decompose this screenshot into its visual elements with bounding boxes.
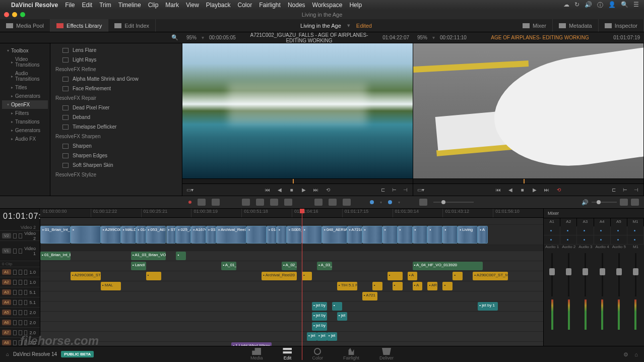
fx-item[interactable]: Dead Pixel Fixer xyxy=(50,103,182,112)
sync-icon[interactable]: ↻ xyxy=(574,1,579,10)
timeline-clip[interactable]: • 014_ xyxy=(136,226,146,244)
track-header[interactable]: A72.0 xyxy=(0,328,40,338)
monitor-volume-slider[interactable] xyxy=(592,202,617,203)
replace-button[interactable] xyxy=(270,199,278,206)
source-clip-name[interactable]: A721C002_IGUAZU_FALLS - AGE OF AIRPLANES… xyxy=(241,32,377,43)
track-solo[interactable] xyxy=(24,330,28,335)
audio-track[interactable]: • jet by 1 xyxy=(40,322,543,332)
play-button[interactable]: ▶ xyxy=(531,187,538,194)
timeline-clip[interactable]: • xyxy=(382,226,398,244)
step-back-button[interactable]: ◀ xyxy=(507,187,514,194)
user-icon[interactable]: 👤 xyxy=(608,1,616,10)
insert-button[interactable] xyxy=(242,199,250,206)
match-frame-button[interactable]: ⊏ xyxy=(610,187,617,194)
timeline-clip[interactable]: • A_02_HF xyxy=(282,262,297,270)
track-enable[interactable] xyxy=(19,300,22,305)
track-solo[interactable] xyxy=(24,300,28,305)
panel-mediapool[interactable]: Media Pool xyxy=(0,19,50,32)
timeline-clip[interactable]: • A_04_HF_VO_013920 xyxy=(413,262,483,270)
timeline-clip[interactable]: • Archival_Reel20 xyxy=(216,226,246,244)
track-solo[interactable] xyxy=(24,310,28,315)
timeline-clip[interactable]: • xyxy=(388,272,403,280)
mixer-tab[interactable]: A1 xyxy=(544,218,560,226)
close-window-button[interactable] xyxy=(4,12,9,17)
timeline-clip[interactable]: • jet by 1 xyxy=(312,302,327,311)
track-solo[interactable] xyxy=(24,280,28,285)
track-header[interactable]: V1Video 1 xyxy=(0,241,40,261)
timeline-clip[interactable]: • TIH 5.1 FX xyxy=(337,282,357,290)
project-manager-icon[interactable]: ⌂ xyxy=(634,351,638,358)
track-enable[interactable] xyxy=(19,320,22,325)
chevron-down-icon[interactable]: ▾ xyxy=(380,200,382,205)
timeline-clip[interactable]: • xyxy=(176,252,186,260)
timeline-clip[interactable]: • jet by 1 xyxy=(312,322,327,331)
page-deliver[interactable]: Deliver xyxy=(379,348,394,360)
loop-button[interactable]: ⟲ xyxy=(325,187,332,194)
timeline-clip[interactable]: • A299C006_ST_MA xyxy=(101,226,121,244)
page-fairlight[interactable]: Fairlight xyxy=(343,348,359,360)
goto-first-button[interactable]: ⏮ xyxy=(495,187,502,194)
video-track[interactable] xyxy=(40,218,543,225)
timeline-clip[interactable]: • xyxy=(332,302,342,311)
track-enable[interactable] xyxy=(19,310,22,315)
timeline-clip[interactable]: • MALD xyxy=(121,226,136,244)
menu-timeline[interactable]: Timeline xyxy=(118,2,141,9)
menu-color[interactable]: Color xyxy=(238,2,252,9)
loop-button[interactable]: ⟲ xyxy=(555,187,562,194)
mixer-tab[interactable]: A2 xyxy=(560,218,577,226)
timeline-clip[interactable]: • A299C006_ST xyxy=(71,272,101,280)
track-header[interactable]: A62.0 xyxy=(0,318,40,328)
record-viewer-image[interactable] xyxy=(413,43,643,178)
timeline-clip[interactable]: • A xyxy=(413,282,423,290)
video-track[interactable]: • 01_Brian_Int_Edit• • A299C006_ST_MA• M… xyxy=(40,225,543,245)
audio-track[interactable]: • A299C006_ST• • Archival_Reel20• • • A•… xyxy=(40,271,543,281)
audio-track[interactable]: • jet by 1• jet xyxy=(40,312,543,322)
project-dropdown-icon[interactable]: ▾ xyxy=(347,22,350,29)
speaker-icon[interactable]: 🔊 xyxy=(582,199,589,206)
track-lock[interactable] xyxy=(13,270,17,275)
menu-fairlight[interactable]: Fairlight xyxy=(259,2,281,9)
goto-first-button[interactable]: ⏮ xyxy=(264,187,271,194)
timeline-clip[interactable]: • Landl xyxy=(131,262,146,270)
timeline-clip[interactable]: • xyxy=(362,226,382,244)
mark-in-button[interactable]: ⊢ xyxy=(391,187,398,194)
fader-track[interactable] xyxy=(635,253,636,296)
cat-audio-fx[interactable]: Audio FX xyxy=(2,135,48,143)
cloud-icon[interactable]: ☁ xyxy=(563,1,569,10)
track-lock[interactable] xyxy=(13,310,17,315)
source-zoom[interactable]: 95% xyxy=(186,35,197,40)
source-scrubber[interactable] xyxy=(182,178,413,184)
search-icon[interactable]: 🔍 xyxy=(621,1,628,10)
timeline-clip[interactable]: • A290C007_ST_MAAR xyxy=(473,272,508,280)
record-scrubber[interactable] xyxy=(413,178,643,184)
track-lock[interactable] xyxy=(13,300,17,305)
timeline-clip[interactable]: • xyxy=(302,272,312,280)
cat-video-transitions[interactable]: Video Transitions xyxy=(2,55,48,69)
menu-icon[interactable]: ☰ xyxy=(633,1,639,10)
track-id[interactable]: A7 xyxy=(2,330,11,335)
menu-playback[interactable]: Playback xyxy=(206,2,231,9)
timeline-clip[interactable]: • 025_AE xyxy=(176,226,191,244)
flag-button[interactable] xyxy=(329,199,337,206)
track-id[interactable]: V2 xyxy=(2,233,11,238)
link-button[interactable] xyxy=(314,199,323,206)
menu-nodes[interactable]: Nodes xyxy=(288,2,305,9)
mixer-fader[interactable] xyxy=(594,253,611,330)
timeline-clip[interactable]: • jet xyxy=(317,332,327,341)
volume-icon[interactable]: 🔊 xyxy=(585,1,592,10)
overwrite-button[interactable] xyxy=(256,199,264,206)
source-viewer-image[interactable] xyxy=(182,43,413,178)
track-enable[interactable] xyxy=(19,280,22,285)
zoom-slider[interactable] xyxy=(433,202,474,203)
timeline-clip[interactable]: • 033 xyxy=(206,226,216,244)
track-lock[interactable] xyxy=(13,280,17,285)
track-header[interactable]: V2Video 2 xyxy=(0,231,40,241)
linked-selection-toggle[interactable] xyxy=(388,200,392,204)
mixer-fader[interactable] xyxy=(577,253,594,330)
cat-ofx-generators[interactable]: Generators xyxy=(2,126,48,135)
home-icon[interactable]: ⌂ xyxy=(6,351,9,357)
mute-button[interactable] xyxy=(631,199,639,206)
track-header[interactable]: A52.0 xyxy=(0,308,40,318)
timeline-body[interactable]: 01:00:00:0001:00:12:2201:00:25:2101:00:3… xyxy=(40,209,543,360)
timeline-clip[interactable]: • 01_Brian_Int_Edit xyxy=(40,226,71,244)
